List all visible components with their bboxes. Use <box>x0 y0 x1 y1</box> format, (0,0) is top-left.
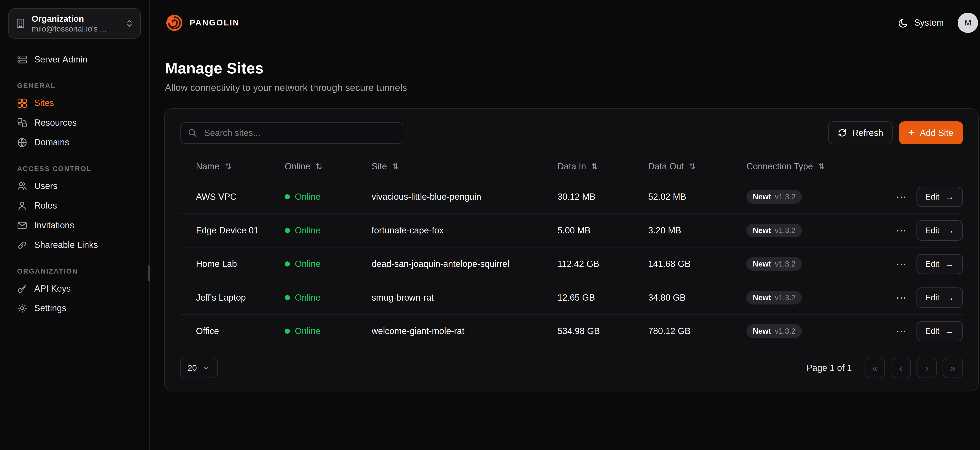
refresh-button[interactable]: Refresh <box>828 121 893 144</box>
avatar[interactable]: M <box>958 13 978 33</box>
mail-icon <box>17 220 27 230</box>
plus-icon: + <box>908 127 915 138</box>
pangolin-logo-icon <box>165 13 184 32</box>
row-menu-button[interactable]: ⋯ <box>894 257 909 271</box>
theme-toggle[interactable]: System <box>898 17 944 28</box>
edit-button[interactable]: Edit→ <box>916 254 963 274</box>
column-header-online[interactable]: Online⇅ <box>285 162 372 171</box>
sidebar-item-resources[interactable]: Resources <box>8 113 141 132</box>
sidebar-item-domains[interactable]: Domains <box>8 133 141 152</box>
connection-type-cell: Newtv1.3.2 <box>746 190 868 204</box>
pagination-buttons: « ‹ › » <box>865 358 963 378</box>
column-header-data-in[interactable]: Data In⇅ <box>557 162 648 171</box>
arrow-right-icon: → <box>945 326 954 336</box>
arrow-right-icon: → <box>945 259 954 269</box>
status-label: Online <box>295 326 320 336</box>
column-header-connection-type[interactable]: Connection Type⇅ <box>746 162 868 171</box>
sort-icon: ⇅ <box>392 162 399 171</box>
site-name: AWS VPC <box>196 192 285 202</box>
column-header-name[interactable]: Name⇅ <box>196 162 285 171</box>
sidebar-item-users[interactable]: Users <box>8 176 141 195</box>
site-slug: smug-brown-rat <box>372 293 557 303</box>
data-in-value: 30.12 MB <box>557 192 648 202</box>
sort-icon: ⇅ <box>689 162 695 171</box>
page-size-select[interactable]: 20 <box>180 358 218 378</box>
site-slug: vivacious-little-blue-penguin <box>372 192 557 202</box>
edit-button[interactable]: Edit→ <box>916 220 963 241</box>
site-slug: dead-san-joaquin-antelope-squirrel <box>372 259 557 269</box>
site-name: Office <box>196 326 285 336</box>
search-input[interactable] <box>203 127 396 138</box>
row-menu-button[interactable]: ⋯ <box>894 324 909 338</box>
chevrons-right-icon: » <box>950 363 955 374</box>
sidebar-item-label: Settings <box>34 303 67 313</box>
status-label: Online <box>295 225 320 236</box>
sites-toolbar: Refresh + Add Site <box>180 121 963 144</box>
last-page-button[interactable]: » <box>943 358 963 378</box>
chevron-left-icon: ‹ <box>899 363 902 374</box>
edit-button[interactable]: Edit→ <box>916 187 963 207</box>
sidebar-item-shareable-links[interactable]: Shareable Links <box>8 236 141 255</box>
column-label: Online <box>285 162 310 171</box>
table-row: Jeff's Laptop Online smug-brown-rat 12.6… <box>180 280 963 314</box>
first-page-button[interactable]: « <box>865 358 885 378</box>
data-in-value: 534.98 GB <box>557 326 648 336</box>
table-footer: 20 Page 1 of 1 « ‹ › » <box>180 358 963 378</box>
grid-icon <box>17 98 27 108</box>
sidebar-item-sites[interactable]: Sites <box>8 93 141 112</box>
sidebar-item-settings[interactable]: Settings <box>8 299 141 318</box>
sidebar-scrollbar-thumb[interactable] <box>148 265 150 281</box>
column-header-data-out[interactable]: Data Out⇅ <box>648 162 746 171</box>
row-actions: ⋯ Edit→ <box>868 321 963 342</box>
online-dot-icon <box>285 295 290 300</box>
connection-type-cell: Newtv1.3.2 <box>746 291 868 304</box>
client-version: v1.3.2 <box>775 226 795 235</box>
sidebar-item-label: Domains <box>34 137 69 147</box>
topbar: PANGOLIN System M <box>150 0 980 46</box>
row-menu-button[interactable]: ⋯ <box>894 190 909 204</box>
sidebar-item-invitations[interactable]: Invitations <box>8 216 141 235</box>
client-version: v1.3.2 <box>775 192 795 201</box>
row-menu-button[interactable]: ⋯ <box>894 223 909 238</box>
site-slug: welcome-giant-mole-rat <box>372 326 557 336</box>
add-site-button[interactable]: + Add Site <box>899 121 963 144</box>
org-selector-value: milo@fossorial.io's ... <box>32 24 119 33</box>
edit-button[interactable]: Edit→ <box>916 321 963 342</box>
column-header-site[interactable]: Site⇅ <box>372 162 557 171</box>
page-info: Page 1 of 1 <box>807 363 852 373</box>
sort-icon: ⇅ <box>315 162 322 171</box>
org-selector[interactable]: Organization milo@fossorial.io's ... <box>8 8 141 39</box>
gear-icon <box>17 303 27 313</box>
topbar-right: System M <box>898 13 978 33</box>
edit-label: Edit <box>925 226 939 235</box>
edit-label: Edit <box>925 192 939 201</box>
link-icon <box>17 240 27 250</box>
row-actions: ⋯ Edit→ <box>868 287 963 308</box>
app-window: Organization milo@fossorial.io's ... Ser… <box>0 0 980 450</box>
brand-name: PANGOLIN <box>190 18 240 27</box>
table-row: AWS VPC Online vivacious-little-blue-pen… <box>180 180 963 214</box>
edit-label: Edit <box>925 326 939 336</box>
arrow-right-icon: → <box>945 225 954 236</box>
next-page-button[interactable]: › <box>916 358 937 378</box>
prev-page-button[interactable]: ‹ <box>891 358 911 378</box>
sidebar-item-server-admin[interactable]: Server Admin <box>8 50 141 69</box>
connection-badge: Newtv1.3.2 <box>746 190 802 204</box>
brand[interactable]: PANGOLIN <box>165 13 240 32</box>
search-box <box>180 122 403 144</box>
edit-button[interactable]: Edit→ <box>916 287 963 308</box>
sidebar-item-label: Roles <box>34 201 57 211</box>
chevrons-up-down-icon <box>125 19 134 28</box>
sidebar-item-roles[interactable]: Roles <box>8 196 141 215</box>
page-header: Manage Sites Allow connectivity to your … <box>150 46 980 93</box>
status-label: Online <box>295 259 320 269</box>
page-subtitle: Allow connectivity to your network throu… <box>165 82 978 93</box>
site-slug: fortunate-cape-fox <box>372 225 557 236</box>
row-menu-button[interactable]: ⋯ <box>894 290 909 305</box>
column-label: Site <box>372 162 387 171</box>
data-out-value: 141.68 GB <box>648 259 746 269</box>
sidebar-item-api-keys[interactable]: API Keys <box>8 279 141 298</box>
sidebar-item-label: Resources <box>34 118 77 128</box>
site-name: Edge Device 01 <box>196 225 285 236</box>
online-dot-icon <box>285 194 290 200</box>
